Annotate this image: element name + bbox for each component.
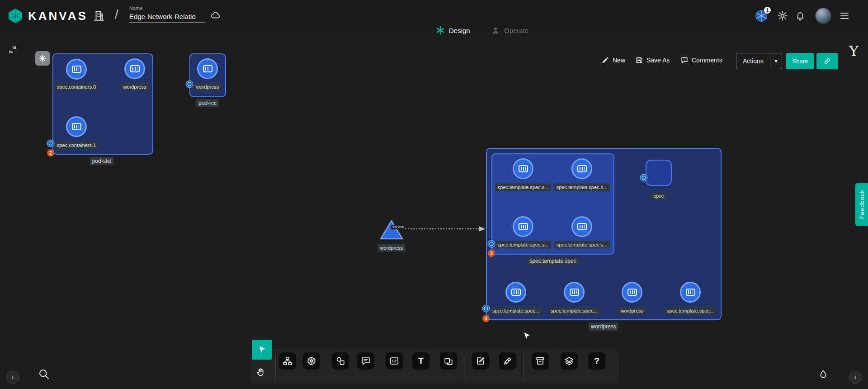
node-template-container[interactable] — [505, 282, 526, 303]
group-spec-template-spec[interactable] — [491, 153, 614, 255]
kubernetes-badge[interactable] — [186, 81, 193, 88]
settings-gear-icon[interactable] — [777, 10, 788, 21]
comments-label: Comments — [692, 57, 722, 64]
notification-count-badge: 1 — [764, 7, 771, 14]
feedback-tab[interactable]: Feedback — [855, 183, 868, 226]
organization-icon[interactable] — [93, 10, 105, 22]
edge-service-to-deployment[interactable] — [401, 224, 488, 233]
expand-right-panel-button[interactable]: ‹ — [849, 371, 862, 384]
pen-icon — [503, 356, 513, 366]
magnifier-icon — [38, 368, 50, 380]
expand-left-panel-button[interactable]: › — [6, 371, 19, 384]
share-label: Share — [793, 58, 808, 65]
comment-tool[interactable] — [357, 352, 374, 370]
tab-operate[interactable]: Operate — [491, 23, 528, 38]
kubernetes-badge[interactable] — [482, 305, 490, 313]
layers-tool[interactable] — [561, 352, 578, 370]
name-label: Name — [129, 5, 205, 11]
feedback-label: Feedback — [859, 190, 865, 219]
notifications-bell-icon[interactable] — [795, 10, 806, 21]
help-tool[interactable]: ? — [588, 352, 605, 370]
cloud-sync-icon[interactable] — [209, 10, 222, 21]
drawer-tool[interactable] — [532, 352, 549, 370]
issue-count-badge[interactable]: 3 — [488, 250, 495, 257]
flowchart-tool[interactable] — [279, 352, 296, 370]
node-template-container[interactable] — [564, 282, 585, 303]
kubernetes-icon — [307, 356, 316, 366]
left-panel-strip — [0, 32, 25, 389]
text-tool[interactable]: T — [412, 352, 429, 370]
help-icon: ? — [594, 356, 599, 366]
new-design-button[interactable]: New — [601, 56, 625, 64]
shapes-icon — [335, 356, 345, 366]
kubernetes-badge[interactable] — [488, 240, 495, 248]
save-as-button[interactable]: Save As — [635, 56, 670, 64]
media-tool[interactable] — [386, 352, 403, 370]
kubernetes-tool[interactable] — [303, 352, 320, 370]
hamburger-menu-icon[interactable] — [840, 11, 849, 21]
operate-tab-icon — [491, 25, 500, 35]
node-spec[interactable] — [646, 160, 672, 186]
node-spec-containers-1[interactable] — [66, 116, 87, 137]
node-template-container[interactable] — [513, 158, 533, 179]
kubernetes-badge[interactable] — [640, 174, 648, 182]
node-template-container[interactable] — [571, 158, 592, 179]
user-avatar[interactable] — [815, 8, 831, 24]
drawer-icon — [535, 356, 545, 366]
shapes-tool[interactable] — [332, 352, 349, 370]
brand[interactable]: KANVAS — [7, 8, 88, 24]
node-label: spec.template.spec... — [665, 307, 716, 315]
node-label: wordpress — [121, 83, 149, 91]
rectangle-icon — [443, 356, 453, 366]
container-icon — [686, 289, 695, 296]
container-icon — [511, 289, 521, 296]
pan-tool[interactable] — [256, 367, 266, 377]
ink-droplet-button[interactable] — [818, 369, 829, 380]
copy-link-button[interactable] — [816, 53, 838, 69]
kanvas-logo-icon — [7, 8, 24, 24]
node-label: spec.template.spec.s... — [554, 241, 610, 249]
caret-down-icon: ▾ — [774, 58, 777, 64]
actions-dropdown-caret[interactable]: ▾ — [770, 53, 782, 69]
kubernetes-badge[interactable] — [47, 140, 55, 147]
rectangle-tool[interactable] — [440, 352, 457, 370]
node-template-container[interactable] — [680, 282, 701, 303]
select-tool[interactable] — [252, 340, 272, 360]
issue-count-badge[interactable]: 3 — [482, 315, 490, 322]
design-name-input[interactable]: Edge-Network-Relatio — [129, 13, 205, 23]
sync-refresh-icon[interactable] — [7, 44, 18, 55]
node-template-container[interactable] — [513, 216, 533, 237]
container-icon — [519, 223, 528, 230]
dock-divider — [275, 352, 276, 380]
droplet-icon — [818, 369, 829, 380]
tab-design[interactable]: Design — [435, 23, 470, 38]
node-label: spec.template.spec.s... — [495, 184, 551, 191]
dock-divider — [523, 352, 524, 380]
node-label: spec.template.spec... — [490, 307, 542, 315]
meshery-extension-icon[interactable]: 1 — [755, 9, 768, 23]
save-icon — [635, 56, 643, 64]
group-label-wordpress: wordpress — [589, 323, 618, 331]
issue-count-badge[interactable]: 2 — [47, 149, 54, 157]
pen-tool[interactable] — [499, 352, 516, 370]
node-spec-containers-0[interactable] — [66, 59, 87, 80]
mouse-cursor — [522, 331, 532, 341]
container-icon — [627, 289, 637, 296]
node-wordpress-pod-rcc[interactable] — [197, 58, 218, 79]
actions-split-button[interactable]: Actions ▾ — [736, 53, 782, 69]
pencil-icon — [601, 56, 609, 64]
node-wordpress-container[interactable] — [622, 282, 642, 303]
layer5-logo: Y — [849, 43, 859, 60]
annotate-tool[interactable] — [472, 352, 489, 370]
comments-button[interactable]: Comments — [680, 56, 722, 64]
container-icon — [203, 65, 212, 72]
zoom-search-button[interactable] — [38, 368, 50, 380]
actions-label[interactable]: Actions — [736, 53, 770, 69]
node-wordpress-pod-skd[interactable] — [124, 58, 145, 79]
group-settings-button[interactable] — [35, 51, 50, 66]
service-node-triangle[interactable] — [380, 219, 403, 241]
share-button[interactable]: Share — [786, 53, 814, 69]
edge-label: service — [391, 225, 405, 229]
chevron-right-icon: › — [11, 373, 14, 381]
node-template-container[interactable] — [571, 216, 592, 237]
